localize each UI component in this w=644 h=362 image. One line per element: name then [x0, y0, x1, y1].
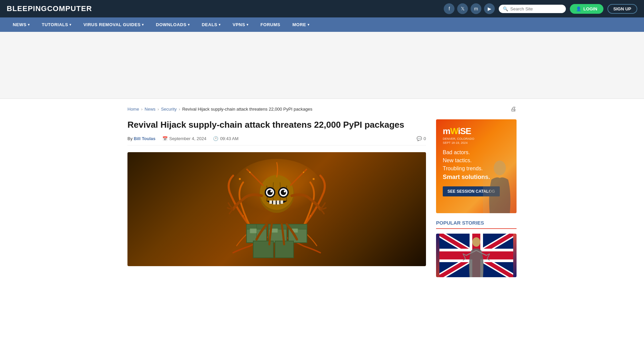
- breadcrumb: Home › News › Security › Revival Hijack …: [127, 106, 517, 113]
- article-comments[interactable]: 💬 0: [417, 136, 426, 141]
- sidebar-advertisement[interactable]: mWiSE DENVER, COLORADO SEPT 18-19, 2024 …: [436, 119, 517, 213]
- svg-point-30: [303, 172, 304, 173]
- ad-brand: mWiSE: [443, 126, 471, 136]
- search-input[interactable]: [510, 6, 562, 11]
- svg-point-20: [281, 190, 286, 195]
- nav-item-virus-removal[interactable]: VIRUS REMOVAL GUIDES ▾: [77, 17, 150, 32]
- svg-point-27: [239, 178, 241, 180]
- svg-rect-25: [277, 200, 279, 204]
- login-button[interactable]: 👤 LOGIN: [570, 4, 603, 14]
- header-right: f 𝕏 m ▶ 🔍 👤 LOGIN SIGN UP: [444, 3, 637, 14]
- svg-rect-23: [269, 200, 272, 204]
- ad-dates: SEPT 18-19, 2024: [443, 141, 510, 144]
- svg-point-19: [267, 190, 273, 195]
- ad-location: DENVER, COLORADO: [443, 137, 510, 140]
- author-link[interactable]: Bill Toulas: [134, 136, 156, 141]
- top-ad-banner: [0, 32, 644, 99]
- comments-count: 0: [424, 136, 426, 141]
- ad-person-image: [483, 153, 517, 213]
- nav-item-news[interactable]: NEWS ▾: [7, 17, 36, 32]
- calendar-icon: 📅: [162, 136, 168, 141]
- virus-dropdown-arrow: ▾: [142, 23, 144, 26]
- svg-rect-24: [273, 200, 276, 204]
- mastodon-icon[interactable]: m: [471, 3, 481, 14]
- breadcrumb-security[interactable]: Security: [161, 107, 177, 112]
- main-container: Home › News › Security › Revival Hijack …: [121, 99, 523, 284]
- more-dropdown-arrow: ▾: [308, 23, 310, 26]
- sidebar: mWiSE DENVER, COLORADO SEPT 18-19, 2024 …: [436, 119, 517, 277]
- nav-item-tutorials[interactable]: TUTORIALS ▾: [36, 17, 77, 32]
- article-illustration: [223, 159, 330, 259]
- nav-item-vpns[interactable]: VPNS ▾: [227, 17, 255, 32]
- article-date-item: 📅 September 4, 2024: [162, 136, 207, 141]
- nav-item-more[interactable]: MORE ▾: [286, 17, 316, 32]
- breadcrumb-current: Revival Hijack supply-chain attack threa…: [182, 107, 312, 112]
- breadcrumb-news[interactable]: News: [145, 107, 156, 112]
- tutorials-dropdown-arrow: ▾: [69, 23, 71, 26]
- popular-stories-section: POPULAR STORIES: [436, 220, 517, 277]
- svg-point-22: [284, 190, 286, 192]
- signup-button[interactable]: SIGN UP: [607, 4, 637, 14]
- search-bar: 🔍: [499, 5, 566, 13]
- popular-stories-title: POPULAR STORIES: [436, 220, 517, 229]
- article-main: Revival Hijack supply-chain attack threa…: [127, 119, 426, 277]
- svg-point-33: [494, 161, 506, 175]
- social-icons-group: f 𝕏 m ▶: [444, 3, 495, 14]
- popular-story-1-image[interactable]: [436, 234, 517, 277]
- breadcrumb-home[interactable]: Home: [127, 107, 139, 112]
- comments-icon: 💬: [417, 136, 422, 141]
- content-layout: Revival Hijack supply-chain attack threa…: [127, 119, 517, 277]
- article-author: By Bill Toulas: [127, 136, 156, 141]
- svg-point-32: [310, 215, 311, 217]
- article-hero-image: [127, 152, 426, 266]
- breadcrumb-sep-3: ›: [179, 107, 180, 112]
- search-icon: 🔍: [503, 6, 508, 11]
- downloads-dropdown-arrow: ▾: [188, 23, 190, 26]
- svg-point-21: [270, 190, 272, 192]
- main-nav: NEWS ▾ TUTORIALS ▾ VIRUS REMOVAL GUIDES …: [0, 17, 644, 32]
- nav-item-deals[interactable]: DEALS ▾: [196, 17, 226, 32]
- article-meta: By Bill Toulas 📅 September 4, 2024 🕐 09:…: [127, 136, 426, 145]
- svg-point-44: [472, 237, 480, 247]
- clock-icon: 🕐: [213, 136, 218, 141]
- article-time-item: 🕐 09:43 AM: [213, 136, 238, 141]
- svg-rect-26: [280, 200, 283, 204]
- print-icon[interactable]: 🖨: [511, 106, 517, 113]
- facebook-icon[interactable]: f: [444, 3, 454, 14]
- youtube-icon[interactable]: ▶: [484, 3, 495, 14]
- breadcrumb-sep-1: ›: [141, 107, 143, 112]
- svg-rect-10: [250, 229, 257, 233]
- nav-item-forums[interactable]: FORUMS: [254, 17, 286, 32]
- login-user-icon: 👤: [576, 6, 581, 11]
- vpns-dropdown-arrow: ▾: [247, 23, 249, 26]
- article-title: Revival Hijack supply-chain attack threa…: [127, 119, 426, 131]
- news-dropdown-arrow: ▾: [28, 23, 30, 26]
- twitter-icon[interactable]: 𝕏: [457, 3, 468, 14]
- svg-point-31: [243, 215, 244, 217]
- site-header: BLEEPINGCOMPUTER f 𝕏 m ▶ 🔍 👤 LOGIN SIGN …: [0, 0, 644, 17]
- svg-point-28: [313, 178, 315, 180]
- deals-dropdown-arrow: ▾: [219, 23, 221, 26]
- logo-text-bold: COMPUTER: [47, 4, 92, 13]
- site-logo[interactable]: BLEEPINGCOMPUTER: [7, 4, 92, 13]
- logo-text-regular: BLEEPING: [7, 4, 47, 13]
- svg-point-29: [249, 172, 251, 173]
- breadcrumb-sep-2: ›: [158, 107, 159, 112]
- article-time: 09:43 AM: [220, 136, 238, 141]
- svg-rect-11: [272, 229, 278, 233]
- article-date: September 4, 2024: [169, 136, 207, 141]
- nav-item-downloads[interactable]: DOWNLOADS ▾: [150, 17, 196, 32]
- author-label: By: [127, 136, 132, 141]
